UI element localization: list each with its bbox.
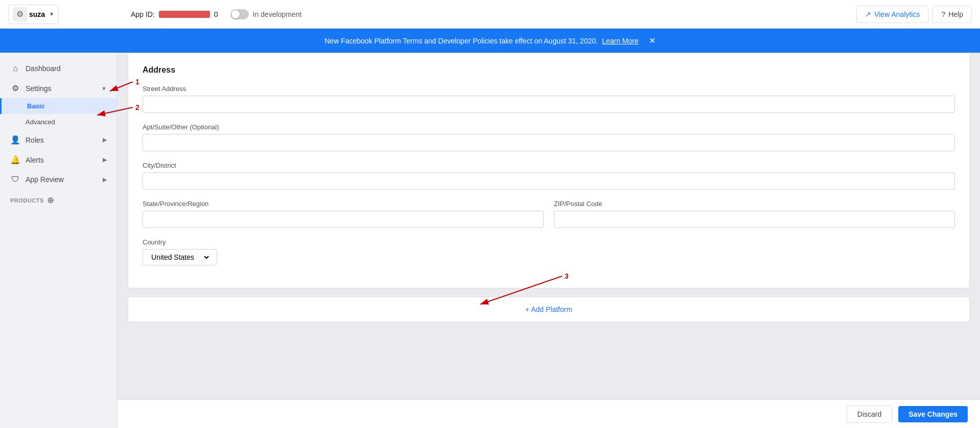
street-address-group: Street Address — [143, 85, 955, 113]
dev-mode-label: In development — [253, 10, 302, 18]
app-review-chevron-icon: ▶ — [103, 176, 107, 183]
address-card: Address Street Address Apt/Suite/Other (… — [128, 53, 970, 288]
sidebar-item-roles[interactable]: 👤 Roles ▶ — [0, 130, 117, 150]
app-id-label: App ID: — [131, 10, 155, 18]
learn-more-link[interactable]: Learn More — [602, 37, 639, 45]
add-platform-bar[interactable]: + Add Platform — [128, 297, 970, 322]
roles-chevron-icon: ▶ — [103, 137, 107, 143]
content-area: Address Street Address Apt/Suite/Other (… — [118, 53, 980, 341]
country-select[interactable]: United States United Kingdom Canada — [149, 253, 211, 262]
bottom-spacer — [118, 341, 980, 371]
products-label: PRODUCTS — [10, 197, 44, 204]
alerts-icon: 🔔 — [10, 155, 20, 165]
user-gear-icon: ⚙ — [13, 7, 27, 21]
settings-label: Settings — [26, 84, 52, 93]
banner-message: New Facebook Platform Terms and Develope… — [324, 37, 598, 45]
zip-group: ZIP/Postal Code — [554, 200, 955, 228]
layout: ⌂ Dashboard ⚙ Settings ▼ Basic Advanced … — [0, 53, 980, 428]
app-id-redacted — [159, 11, 210, 18]
country-group: Country United States United Kingdom Can… — [143, 238, 955, 265]
state-input[interactable] — [143, 211, 544, 228]
products-section-label: PRODUCTS ⊕ — [0, 189, 117, 207]
notification-banner: New Facebook Platform Terms and Develope… — [0, 29, 980, 53]
sidebar-sub-item-advanced[interactable]: Advanced — [0, 114, 117, 130]
dashboard-label: Dashboard — [26, 64, 61, 73]
main-content: Address Street Address Apt/Suite/Other (… — [118, 53, 980, 428]
sidebar-sub-item-basic[interactable]: Basic — [0, 98, 117, 114]
topbar: ⚙ suza ▼ App ID: 0 In development ↗ View… — [0, 0, 980, 29]
city-group: City/District — [143, 162, 955, 190]
roles-label: Roles — [26, 136, 44, 144]
alerts-chevron-icon: ▶ — [103, 156, 107, 163]
city-label: City/District — [143, 162, 955, 169]
home-icon: ⌂ — [10, 64, 20, 73]
dropdown-chevron-icon: ▼ — [49, 11, 54, 17]
help-icon: ? — [941, 10, 945, 18]
bottom-bar: Discard Save Changes — [118, 399, 980, 428]
settings-icon: ⚙ — [10, 83, 20, 93]
advanced-label: Advanced — [26, 118, 55, 126]
address-title: Address — [143, 65, 955, 75]
zip-label: ZIP/Postal Code — [554, 200, 955, 208]
state-label: State/Province/Region — [143, 200, 544, 208]
roles-icon: 👤 — [10, 135, 20, 145]
app-review-icon: 🛡 — [10, 175, 20, 184]
sidebar-item-settings[interactable]: ⚙ Settings ▼ — [0, 78, 117, 98]
add-product-icon[interactable]: ⊕ — [47, 195, 54, 205]
discard-button[interactable]: Discard — [847, 406, 892, 423]
basic-label: Basic — [27, 102, 45, 110]
sidebar-item-dashboard[interactable]: ⌂ Dashboard — [0, 59, 117, 78]
dev-mode-toggle[interactable] — [230, 9, 249, 19]
toggle-knob — [231, 10, 240, 18]
street-address-input[interactable] — [143, 96, 955, 113]
topbar-left: ⚙ suza ▼ — [8, 5, 121, 24]
settings-chevron-icon: ▼ — [101, 85, 107, 92]
app-review-label: App Review — [26, 175, 64, 184]
app-id-suffix: 0 — [214, 10, 218, 18]
address-card-body: Address Street Address Apt/Suite/Other (… — [128, 53, 969, 288]
street-address-label: Street Address — [143, 85, 955, 93]
save-changes-button[interactable]: Save Changes — [898, 406, 968, 422]
username-label: suza — [29, 10, 45, 18]
sidebar-item-app-review[interactable]: 🛡 App Review ▶ — [0, 170, 117, 189]
apt-group: Apt/Suite/Other (Optional) — [143, 123, 955, 151]
state-zip-row: State/Province/Region ZIP/Postal Code — [143, 200, 955, 238]
country-select-wrapper[interactable]: United States United Kingdom Canada — [143, 249, 217, 265]
view-analytics-button[interactable]: ↗ View Analytics — [856, 6, 928, 23]
apt-input[interactable] — [143, 134, 955, 151]
state-group: State/Province/Region — [143, 200, 544, 228]
sidebar: ⌂ Dashboard ⚙ Settings ▼ Basic Advanced … — [0, 53, 118, 428]
sidebar-item-alerts[interactable]: 🔔 Alerts ▶ — [0, 150, 117, 170]
view-analytics-label: View Analytics — [874, 10, 920, 18]
apt-label: Apt/Suite/Other (Optional) — [143, 123, 955, 131]
dev-mode-section: In development — [230, 9, 302, 19]
help-label: Help — [948, 10, 963, 18]
banner-close-button[interactable]: ✕ — [649, 36, 656, 46]
add-platform-label: + Add Platform — [525, 305, 572, 313]
zip-input[interactable] — [554, 211, 955, 228]
topbar-right: ↗ View Analytics ? Help — [856, 6, 972, 23]
help-button[interactable]: ? Help — [932, 6, 972, 23]
country-label: Country — [143, 238, 955, 246]
city-input[interactable] — [143, 172, 955, 190]
app-id-section: App ID: 0 — [131, 10, 218, 18]
alerts-label: Alerts — [26, 156, 44, 164]
analytics-icon: ↗ — [865, 10, 871, 18]
user-dropdown[interactable]: ⚙ suza ▼ — [8, 5, 59, 24]
